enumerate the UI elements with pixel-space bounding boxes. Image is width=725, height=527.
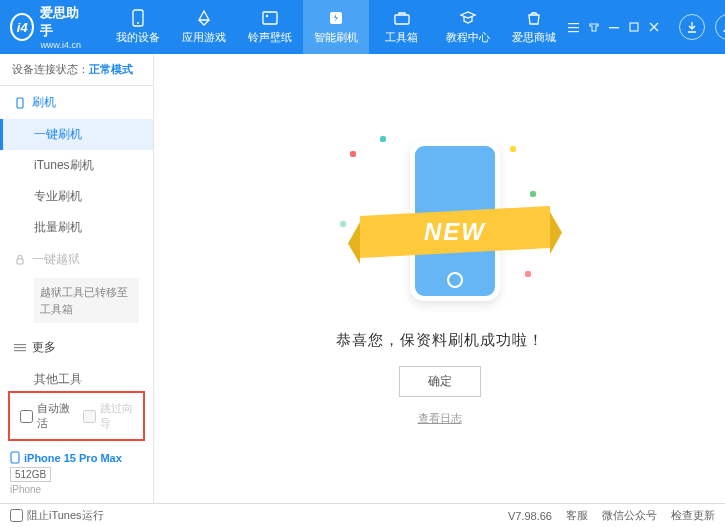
device-storage: 512GB — [10, 467, 51, 482]
close-icon[interactable] — [647, 20, 661, 34]
titlebar: i4 爱思助手 www.i4.cn 我的设备 应用游戏 铃声壁纸 智能刷机 工具… — [0, 0, 725, 54]
nav-flash[interactable]: 智能刷机 — [303, 0, 369, 54]
device-type: iPhone — [10, 484, 143, 495]
store-icon — [524, 9, 544, 27]
svg-rect-16 — [14, 350, 26, 351]
lock-icon — [14, 254, 26, 266]
options-highlight-box: 自动激活 跳过向导 — [8, 391, 145, 441]
svg-rect-8 — [568, 31, 579, 32]
app-name: 爱思助手 — [40, 4, 84, 40]
user-button[interactable] — [715, 14, 725, 40]
minimize-icon[interactable] — [607, 20, 621, 34]
success-message: 恭喜您，保资料刷机成功啦！ — [336, 331, 544, 350]
group-jailbreak[interactable]: 一键越狱 — [0, 243, 153, 276]
svg-point-3 — [265, 15, 267, 17]
wechat-link[interactable]: 微信公众号 — [602, 508, 657, 523]
nav-apps[interactable]: 应用游戏 — [171, 0, 237, 54]
top-nav: 我的设备 应用游戏 铃声壁纸 智能刷机 工具箱 教程中心 爱思商城 — [105, 0, 567, 54]
nav-toolbox[interactable]: 工具箱 — [369, 0, 435, 54]
tutorial-icon — [458, 9, 478, 27]
check-update-link[interactable]: 检查更新 — [671, 508, 715, 523]
svg-rect-7 — [568, 27, 579, 28]
more-icon — [14, 343, 26, 353]
device-icon — [128, 9, 148, 27]
apps-icon — [194, 9, 214, 27]
ribbon-text: NEW — [424, 218, 486, 246]
sidebar-item-oneclick-flash[interactable]: 一键刷机 — [0, 119, 153, 150]
svg-point-1 — [137, 22, 139, 24]
connection-status: 设备连接状态：正常模式 — [0, 54, 153, 86]
image-icon — [260, 9, 280, 27]
svg-rect-5 — [395, 15, 409, 24]
svg-rect-9 — [609, 27, 619, 28]
sidebar-item-other-tools[interactable]: 其他工具 — [0, 364, 153, 387]
group-flash[interactable]: 刷机 — [0, 86, 153, 119]
skin-icon[interactable] — [587, 20, 601, 34]
phone-icon — [14, 97, 26, 109]
svg-rect-12 — [17, 98, 23, 108]
svg-rect-2 — [263, 12, 277, 24]
view-log-link[interactable]: 查看日志 — [418, 411, 462, 426]
maximize-icon[interactable] — [627, 20, 641, 34]
statusbar: 阻止iTunes运行 V7.98.66 客服 微信公众号 检查更新 — [0, 503, 725, 527]
version-text: V7.98.66 — [508, 510, 552, 522]
svg-rect-13 — [17, 259, 23, 264]
logo-icon: i4 — [10, 13, 34, 41]
sidebar-item-batch-flash[interactable]: 批量刷机 — [0, 212, 153, 243]
device-name[interactable]: iPhone 15 Pro Max — [10, 451, 143, 464]
sidebar-item-pro-flash[interactable]: 专业刷机 — [0, 181, 153, 212]
sidebar: 设备连接状态：正常模式 刷机 一键刷机 iTunes刷机 专业刷机 批量刷机 一… — [0, 54, 154, 503]
nav-store[interactable]: 爱思商城 — [501, 0, 567, 54]
success-illustration: NEW — [330, 131, 550, 321]
ok-button[interactable]: 确定 — [399, 366, 481, 397]
nav-my-device[interactable]: 我的设备 — [105, 0, 171, 54]
menu-icon[interactable] — [567, 20, 581, 34]
toolbox-icon — [392, 9, 412, 27]
flash-icon — [326, 9, 346, 27]
svg-rect-6 — [568, 23, 579, 24]
nav-ringtones[interactable]: 铃声壁纸 — [237, 0, 303, 54]
app-url: www.i4.cn — [40, 40, 84, 50]
checkbox-auto-activate[interactable]: 自动激活 — [20, 401, 71, 431]
nav-tutorials[interactable]: 教程中心 — [435, 0, 501, 54]
main-content: NEW 恭喜您，保资料刷机成功啦！ 确定 查看日志 — [154, 54, 725, 503]
download-button[interactable] — [679, 14, 705, 40]
checkbox-skip-guide[interactable]: 跳过向导 — [83, 401, 134, 431]
jailbreak-note: 越狱工具已转移至工具箱 — [34, 278, 139, 323]
title-right — [567, 14, 725, 40]
svg-rect-15 — [14, 347, 26, 348]
svg-rect-10 — [630, 23, 638, 31]
device-info: iPhone 15 Pro Max 512GB iPhone — [0, 445, 153, 503]
app-logo: i4 爱思助手 www.i4.cn — [10, 4, 85, 50]
sidebar-item-itunes-flash[interactable]: iTunes刷机 — [0, 150, 153, 181]
support-link[interactable]: 客服 — [566, 508, 588, 523]
group-more[interactable]: 更多 — [0, 331, 153, 364]
svg-rect-14 — [14, 344, 26, 345]
device-small-icon — [10, 451, 20, 464]
svg-rect-17 — [11, 452, 19, 463]
checkbox-block-itunes[interactable]: 阻止iTunes运行 — [10, 508, 104, 523]
